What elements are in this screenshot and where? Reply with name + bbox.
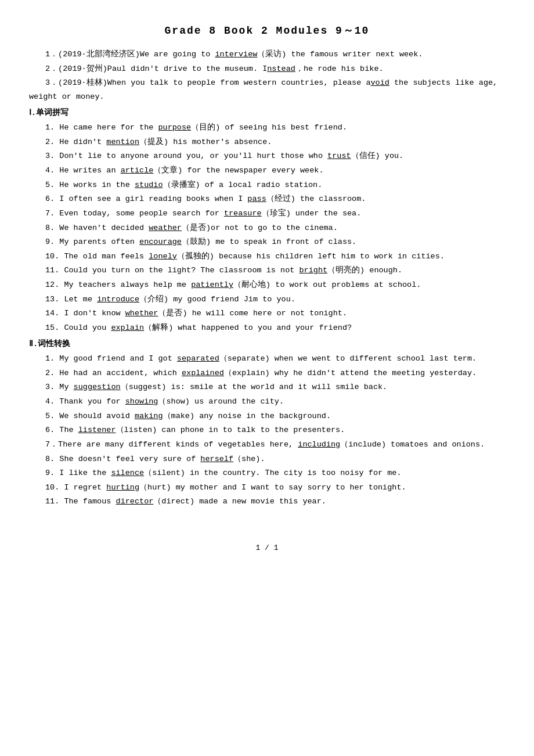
s2-item-9: 9. I like the silence（silent) in the cou… bbox=[29, 466, 505, 480]
s1-item-12: 12. My teachers always help me patiently… bbox=[29, 278, 505, 292]
s1-item-2: 2. He didn't mention（提及) his mother's ab… bbox=[29, 135, 505, 149]
s2-item-11: 11. The famous director（direct) made a n… bbox=[29, 495, 505, 509]
ans-pass: pass bbox=[247, 195, 266, 203]
ans-introduce: introduce bbox=[97, 295, 139, 304]
s2-item-5: 5. We should avoid making（make) any nois… bbox=[29, 409, 505, 423]
s2-item-8: 8. She doesn't feel very sure of herself… bbox=[29, 452, 505, 466]
s2-item-3: 3. My suggestion（suggest) is: smile at t… bbox=[29, 380, 505, 394]
ans-making: making bbox=[135, 412, 163, 420]
s1-item-15: 15. Could you explain（解释) what happened … bbox=[29, 321, 505, 335]
s2-item-1: 1. My good friend and I got separated（se… bbox=[29, 352, 505, 366]
s1-item-5: 5. He works in the studio（录播室) of a loca… bbox=[29, 178, 505, 192]
ans-whether: whether bbox=[125, 309, 158, 318]
ans-studio: studio bbox=[135, 181, 163, 189]
section2-title: Ⅱ.词性转换 bbox=[29, 337, 505, 351]
s2-item-7: 7．There are many different kinds of vege… bbox=[29, 438, 505, 452]
s1-item-10: 10. The old man feels lonely（孤独的) becaus… bbox=[29, 250, 505, 264]
ans-mention: mention bbox=[106, 138, 139, 146]
page-title: Grade 8 Book 2 Modules 9～10 bbox=[29, 23, 505, 37]
s1-item-13: 13. Let me introduce（介绍) my good friend … bbox=[29, 293, 505, 307]
ans-weather: weather bbox=[149, 224, 182, 232]
ans-suggestion: suggestion bbox=[74, 383, 121, 391]
s1-item-3: 3. Don't lie to anyone around you, or yo… bbox=[29, 149, 505, 163]
intro-item-3: 3．(2019·桂林)When you talk to people from … bbox=[29, 76, 505, 103]
ans-silence: silence bbox=[111, 469, 144, 477]
answer-void: void bbox=[370, 78, 389, 87]
answer-interview: interview bbox=[215, 50, 257, 59]
ans-including: including bbox=[298, 440, 340, 449]
s1-item-6: 6. I often see a girl reading books when… bbox=[29, 192, 505, 206]
intro-section: 1．(2019·北部湾经济区)We are going to interview… bbox=[29, 48, 505, 104]
s1-item-8: 8. We haven't decided weather（是否)or not … bbox=[29, 221, 505, 235]
s1-item-9: 9. My parents often encourage（鼓励) me to … bbox=[29, 235, 505, 249]
answer-nstead: nstead bbox=[267, 64, 295, 73]
ans-director: director bbox=[116, 497, 154, 506]
ans-separated: separated bbox=[177, 354, 219, 363]
ans-explained: explained bbox=[182, 369, 224, 377]
ans-lonely: lonely bbox=[149, 252, 177, 261]
ans-bright: bright bbox=[299, 266, 327, 275]
intro-item-1: 1．(2019·北部湾经济区)We are going to interview… bbox=[29, 48, 505, 62]
s2-item-2: 2. He had an accident, which explained（e… bbox=[29, 366, 505, 380]
page-footer: 1 / 1 bbox=[29, 543, 505, 552]
s1-item-7: 7. Even today, some people search for tr… bbox=[29, 207, 505, 221]
ans-encourage: encourage bbox=[139, 237, 182, 246]
ans-article: article bbox=[121, 166, 154, 175]
s2-item-10: 10. I regret hurting（hurt) my mother and… bbox=[29, 481, 505, 495]
ans-treasure: treasure bbox=[224, 209, 262, 218]
ans-patiently: patiently bbox=[191, 280, 233, 289]
s1-item-1: 1. He came here for the purpose（目的) of s… bbox=[29, 121, 505, 135]
ans-trust: trust bbox=[327, 152, 351, 160]
ans-purpose: purpose bbox=[158, 123, 191, 132]
s1-item-14: 14. I don't know whether（是否) he will com… bbox=[29, 307, 505, 321]
ans-explain: explain bbox=[111, 323, 144, 332]
ans-listener: listener bbox=[78, 426, 116, 434]
s2-item-4: 4. Thank you for showing（show) us around… bbox=[29, 395, 505, 409]
ans-showing: showing bbox=[125, 397, 158, 406]
s2-item-6: 6. The listener（listen) can phone in to … bbox=[29, 423, 505, 437]
s1-item-4: 4. He writes an article（文章) for the news… bbox=[29, 164, 505, 178]
ans-hurting: hurting bbox=[106, 483, 139, 492]
s1-item-11: 11. Could you turn on the light? The cla… bbox=[29, 264, 505, 278]
ans-herself: herself bbox=[200, 455, 233, 463]
intro-item-2: 2．(2019·贺州)Paul didn't drive to the muse… bbox=[29, 62, 505, 76]
section1-title: Ⅰ.单词拼写 bbox=[29, 106, 505, 120]
main-content: 1．(2019·北部湾经济区)We are going to interview… bbox=[29, 48, 505, 509]
